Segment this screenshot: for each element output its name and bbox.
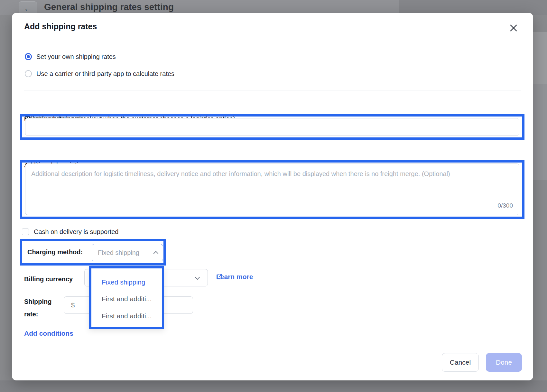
radio-option-own-rates[interactable]: Set your own shipping rates bbox=[25, 53, 116, 61]
section-divider bbox=[24, 90, 521, 90]
chevron-up-icon bbox=[153, 251, 159, 256]
cod-checkbox-label: Cash on delivery is supported bbox=[34, 228, 118, 236]
radio-option-carrier-app[interactable]: Use a carrier or third-party app to calc… bbox=[25, 70, 174, 78]
menu-item-first-and-additional-1[interactable]: First and additi... bbox=[94, 291, 160, 307]
additional-description-textarea[interactable] bbox=[25, 163, 519, 215]
cod-checkbox-row[interactable]: Cash on delivery is supported bbox=[22, 228, 118, 235]
radio-selected-icon[interactable] bbox=[25, 53, 32, 60]
currency-symbol: $ bbox=[71, 302, 75, 309]
character-counter: 0/300 bbox=[497, 202, 513, 209]
backdrop-page-title: General shipping rates setting bbox=[44, 2, 174, 12]
menu-item-first-and-additional-2[interactable]: First and additi... bbox=[94, 308, 160, 324]
close-button[interactable] bbox=[507, 21, 520, 35]
charging-method-menu: Fixed shipping First and additi... First… bbox=[94, 271, 160, 324]
cancel-button[interactable]: Cancel bbox=[442, 353, 479, 372]
done-button[interactable]: Done bbox=[486, 353, 522, 372]
learn-more-label: Learn more bbox=[216, 273, 253, 281]
radio-label: Set your own shipping rates bbox=[36, 53, 116, 61]
radio-label: Use a carrier or third-party app to calc… bbox=[36, 70, 174, 78]
annotation-box-dropdown-menu: Fixed shipping First and additi... First… bbox=[89, 266, 164, 329]
charging-method-label: Charging method: bbox=[27, 248, 83, 256]
billing-currency-label: Billing currency bbox=[24, 275, 73, 283]
charging-method-value: Fixed shipping bbox=[98, 249, 139, 257]
chevron-down-icon bbox=[195, 275, 200, 280]
close-icon bbox=[509, 24, 518, 32]
add-conditions-link[interactable]: Add conditions bbox=[24, 330, 73, 337]
add-shipping-rates-dialog: Add shipping rates Set your own shipping… bbox=[12, 13, 533, 380]
dialog-title: Add shipping rates bbox=[24, 22, 97, 31]
back-arrow-icon: ← bbox=[24, 4, 32, 14]
charging-method-dropdown[interactable]: Fixed shipping bbox=[92, 244, 163, 261]
backdrop-right-band bbox=[533, 84, 547, 180]
radio-unselected-icon[interactable] bbox=[25, 70, 32, 77]
shipping-rate-label: Shipping rate: bbox=[24, 295, 52, 321]
backdrop-bottom-band bbox=[0, 380, 547, 392]
menu-item-fixed-shipping[interactable]: Fixed shipping bbox=[94, 274, 160, 291]
shipping-rate-name-input[interactable] bbox=[25, 118, 519, 136]
learn-more-link[interactable]: Learn more bbox=[216, 274, 222, 280]
checkbox-unchecked-icon[interactable] bbox=[22, 228, 29, 235]
backdrop-right-band bbox=[533, 32, 547, 84]
